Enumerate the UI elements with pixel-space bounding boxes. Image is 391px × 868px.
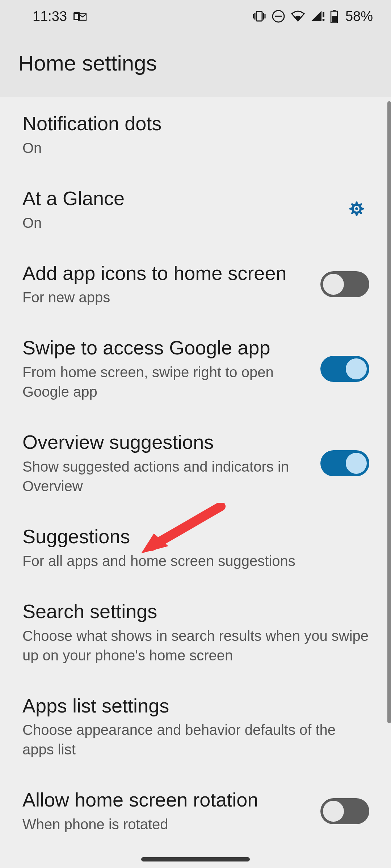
- setting-subtitle: From home screen, swipe right to open Go…: [22, 362, 310, 401]
- setting-text: Suggestions For all apps and home screen…: [22, 525, 369, 571]
- battery-icon: [330, 10, 338, 23]
- setting-overview-suggestions[interactable]: Overview suggestions Show suggested acti…: [0, 416, 391, 510]
- setting-notification-dots[interactable]: Notification dots On: [0, 97, 391, 172]
- toggle-thumb: [346, 358, 367, 379]
- setting-title: Apps list settings: [22, 694, 369, 718]
- setting-add-app-icons[interactable]: Add app icons to home screen For new app…: [0, 247, 391, 322]
- settings-list: Notification dots On At a Glance On Add …: [0, 97, 391, 848]
- toggle-thumb: [346, 453, 367, 474]
- setting-title: Swipe to access Google app: [22, 336, 310, 359]
- page-title: Home settings: [18, 51, 373, 76]
- toggle-swipe-google[interactable]: [320, 356, 369, 382]
- setting-subtitle: On: [22, 213, 333, 233]
- svg-rect-2: [256, 12, 262, 21]
- status-bar: 11:33 58%: [0, 0, 391, 33]
- setting-subtitle: When phone is rotated: [22, 814, 310, 834]
- setting-subtitle: For new apps: [22, 288, 310, 307]
- setting-text: Swipe to access Google app From home scr…: [22, 336, 310, 401]
- setting-subtitle: Show suggested actions and indicators in…: [22, 457, 310, 496]
- setting-title: Suggestions: [22, 525, 369, 548]
- setting-at-a-glance[interactable]: At a Glance On: [0, 172, 391, 247]
- setting-swipe-google[interactable]: Swipe to access Google app From home scr…: [0, 322, 391, 416]
- at-a-glance-settings-button[interactable]: [344, 197, 369, 222]
- setting-apps-list[interactable]: Apps list settings Choose appearance and…: [0, 680, 391, 774]
- setting-search-settings[interactable]: Search settings Choose what shows in sea…: [0, 585, 391, 680]
- setting-text: Overview suggestions Show suggested acti…: [22, 430, 310, 496]
- signal-icon: [311, 10, 325, 22]
- setting-title: Add app icons to home screen: [22, 261, 310, 285]
- setting-rotation[interactable]: Allow home screen rotation When phone is…: [0, 774, 391, 848]
- toggle-add-app-icons[interactable]: [320, 271, 369, 297]
- setting-title: At a Glance: [22, 187, 333, 210]
- svg-point-6: [322, 19, 324, 21]
- setting-subtitle: For all apps and home screen suggestions: [22, 551, 369, 571]
- outlook-icon: [73, 11, 87, 22]
- status-right: 58%: [252, 9, 373, 24]
- dnd-icon: [272, 9, 285, 23]
- status-left: 11:33: [33, 9, 87, 24]
- setting-text: Search settings Choose what shows in sea…: [22, 600, 369, 665]
- setting-suggestions[interactable]: Suggestions For all apps and home screen…: [0, 510, 391, 585]
- setting-text: Notification dots On: [22, 112, 369, 158]
- setting-title: Allow home screen rotation: [22, 788, 310, 812]
- toggle-rotation[interactable]: [320, 798, 369, 824]
- toggle-thumb: [323, 274, 344, 295]
- page-header: Home settings: [0, 33, 391, 97]
- battery-percent: 58%: [345, 9, 373, 24]
- gear-icon: [347, 199, 366, 220]
- setting-title: Search settings: [22, 600, 369, 623]
- setting-subtitle: Choose what shows in search results when…: [22, 626, 369, 665]
- setting-title: Notification dots: [22, 112, 369, 135]
- vibrate-icon: [252, 10, 266, 22]
- svg-rect-5: [323, 12, 324, 17]
- scrollbar[interactable]: [387, 101, 391, 723]
- toggle-thumb: [323, 801, 344, 822]
- setting-subtitle: On: [22, 138, 369, 158]
- setting-text: Apps list settings Choose appearance and…: [22, 694, 369, 760]
- setting-text: Add app icons to home screen For new app…: [22, 261, 310, 307]
- status-time: 11:33: [33, 9, 67, 24]
- nav-handle[interactable]: [141, 857, 250, 861]
- setting-subtitle: Choose appearance and behavior defaults …: [22, 720, 369, 759]
- toggle-overview-suggestions[interactable]: [320, 450, 369, 476]
- svg-rect-9: [332, 16, 337, 22]
- wifi-icon: [290, 10, 306, 22]
- setting-text: At a Glance On: [22, 187, 333, 233]
- setting-text: Allow home screen rotation When phone is…: [22, 788, 310, 834]
- setting-title: Overview suggestions: [22, 430, 310, 454]
